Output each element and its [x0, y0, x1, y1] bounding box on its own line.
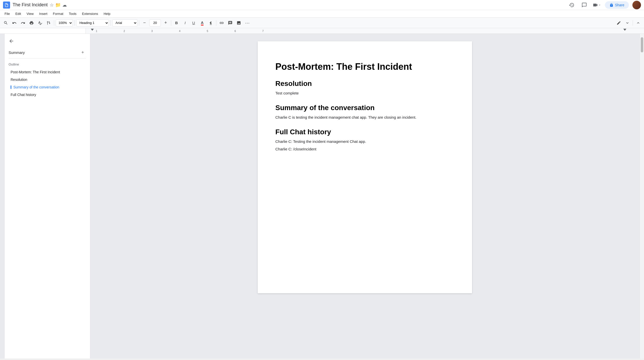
link-button[interactable] [218, 19, 225, 27]
add-summary-button[interactable]: + [79, 49, 86, 56]
menu-tools[interactable]: Tools [66, 11, 79, 17]
section-0-body-0: Test complete [275, 90, 454, 96]
font-size-input[interactable] [149, 19, 161, 26]
section-1-body-0: Charlie C is testing the incident manage… [275, 114, 454, 120]
toolbar: 100% Heading 1 Arial − + B I U A ⋯ [0, 18, 644, 28]
underline-button[interactable]: U [190, 19, 197, 27]
ruler-left [0, 28, 86, 34]
chevron-down-icon[interactable] [624, 19, 631, 27]
doc-page[interactable]: Post-Mortem: The First Incident Resoluti… [258, 41, 472, 293]
back-button[interactable] [5, 36, 90, 47]
section-1-heading: Summary of the conversation [275, 104, 454, 112]
separator-3 [110, 20, 111, 26]
doc-area: Post-Mortem: The First Incident Resoluti… [90, 34, 639, 358]
outline-item-0[interactable]: Post-Mortem: The First Incident [7, 69, 88, 76]
title-bar: The First Incident ☆ 📁 ☁ Share [0, 0, 644, 10]
separator-1 [54, 20, 54, 26]
video-icon[interactable] [592, 1, 601, 10]
separator-5 [171, 20, 171, 26]
ruler: 1 2 3 4 5 6 7 [86, 28, 644, 34]
menu-format[interactable]: Format [50, 11, 66, 17]
font-size-decrease-button[interactable]: − [141, 19, 148, 27]
comment-icon[interactable] [580, 1, 589, 10]
sidebar-divider [9, 58, 86, 58]
share-button[interactable]: Share [605, 1, 629, 9]
undo-button[interactable] [11, 19, 18, 27]
separator-4 [139, 20, 139, 26]
menu-help[interactable]: Help [101, 11, 113, 17]
doc-title: The First Incident [13, 2, 48, 8]
edit-mode-button[interactable] [615, 19, 623, 27]
highlight-button[interactable] [207, 19, 215, 27]
insert-comment-button[interactable] [226, 19, 234, 27]
menu-insert[interactable]: Insert [37, 11, 50, 17]
menu-view[interactable]: View [24, 11, 36, 17]
history-icon[interactable] [567, 1, 576, 10]
text-color-button[interactable]: A [198, 19, 206, 27]
menu-bar: File Edit View Insert Format Tools Exten… [0, 10, 644, 18]
spellcheck-button[interactable] [36, 19, 44, 27]
zoom-select[interactable]: 100% [56, 19, 73, 26]
style-select[interactable]: Heading 1 [76, 19, 109, 26]
section-2-body-1: Charlie C: /closeIncident [275, 146, 454, 152]
main-area: Summary + Outline Post-Mortem: The First… [0, 34, 644, 358]
font-size-increase-button[interactable]: + [162, 19, 169, 27]
separator-6 [216, 20, 216, 26]
more-options-button[interactable]: ⋯ [244, 19, 251, 27]
right-panel [639, 34, 644, 358]
insert-image-button[interactable] [235, 19, 243, 27]
section-2-body-0: Charlie C: Testing the incident manageme… [275, 139, 454, 145]
sidebar: Summary + Outline Post-Mortem: The First… [5, 34, 90, 358]
outline-label: Outline [5, 59, 90, 68]
share-label: Share [615, 3, 624, 7]
summary-section: Summary + [5, 47, 90, 57]
italic-button[interactable]: I [181, 19, 189, 27]
section-2-heading: Full Chat history [275, 128, 454, 136]
section-0-heading: Resolution [275, 80, 454, 88]
doc-main-title: Post-Mortem: The First Incident [275, 61, 454, 72]
paint-format-button[interactable] [45, 19, 52, 27]
search-button[interactable] [2, 19, 10, 27]
redo-button[interactable] [19, 19, 27, 27]
avatar[interactable] [632, 1, 641, 9]
collapse-button[interactable] [634, 19, 642, 27]
separator-2 [74, 20, 75, 26]
menu-edit[interactable]: Edit [13, 11, 23, 17]
folder-icon[interactable]: 📁 [55, 2, 61, 8]
separator-7 [633, 20, 633, 26]
menu-file[interactable]: File [2, 11, 12, 17]
star-icon[interactable]: ☆ [50, 2, 54, 8]
print-button[interactable] [28, 19, 35, 27]
outline-item-1[interactable]: Resolution [7, 76, 88, 83]
title-icons: ☆ 📁 ☁ [50, 2, 67, 8]
font-select[interactable]: Arial [112, 19, 137, 26]
scrollbar-thumb[interactable] [641, 37, 643, 52]
menu-extensions[interactable]: Extensions [79, 11, 101, 17]
doc-icon [3, 2, 10, 9]
right-controls: Share [567, 1, 641, 10]
outline-item-3[interactable]: Full Chat history [7, 91, 88, 98]
bold-button[interactable]: B [173, 19, 180, 27]
cloud-icon[interactable]: ☁ [62, 2, 67, 8]
summary-label: Summary [9, 50, 25, 55]
outline-item-2[interactable]: Summary of the conversation [7, 84, 88, 91]
